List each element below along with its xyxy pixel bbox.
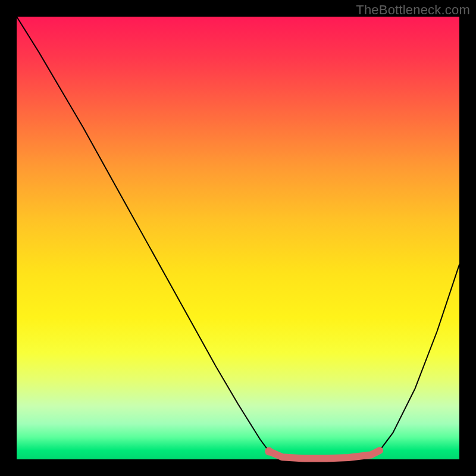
bottleneck-curve [17,17,459,459]
watermark-text: TheBottleneck.com [356,2,470,18]
curve-svg [17,17,459,459]
plot-area [17,17,459,459]
optimal-start-dot [265,447,273,456]
optimal-range-highlight [269,450,380,458]
chart-container: TheBottleneck.com [0,0,476,476]
